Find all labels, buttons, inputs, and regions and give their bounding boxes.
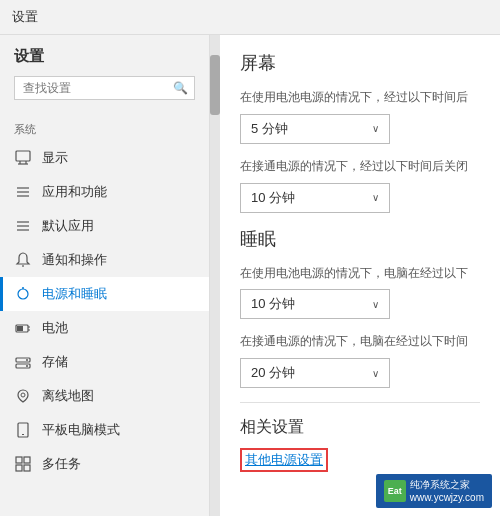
sleep-section-title: 睡眠 (240, 227, 480, 251)
watermark-line2: www.ycwjzy.com (410, 491, 484, 504)
sleep-desc1: 在使用电池电源的情况下，电脑在经过以下 (240, 265, 480, 282)
sidebar-item-tablet-mode[interactable]: 平板电脑模式 (0, 413, 209, 447)
screen-dropdown2[interactable]: 10 分钟 ∨ (240, 183, 390, 213)
sidebar-item-offline-maps[interactable]: 离线地图 (0, 379, 209, 413)
sleep-dropdown2[interactable]: 20 分钟 ∨ (240, 358, 390, 388)
screen-dropdown2-value: 10 分钟 (251, 189, 295, 207)
search-box[interactable]: 🔍 (14, 76, 195, 100)
other-power-settings-link[interactable]: 其他电源设置 (240, 448, 328, 472)
sidebar-scrollbar[interactable] (210, 35, 220, 516)
sidebar-item-default-apps[interactable]: 默认应用 (0, 209, 209, 243)
sidebar-item-notifications-label: 通知和操作 (42, 251, 107, 269)
screen-dropdown1[interactable]: 5 分钟 ∨ (240, 114, 390, 144)
sidebar-item-battery[interactable]: 电池 (0, 311, 209, 345)
svg-rect-0 (16, 151, 30, 161)
sleep-dropdown1-arrow: ∨ (372, 299, 379, 310)
window-title: 设置 (12, 9, 38, 24)
watermark: Eat 纯净系统之家 www.ycwjzy.com (376, 474, 492, 508)
svg-point-20 (26, 365, 28, 367)
screen-dropdown1-arrow: ∨ (372, 123, 379, 134)
screen-desc2: 在接通电源的情况下，经过以下时间后关闭 (240, 158, 480, 175)
svg-rect-25 (24, 457, 30, 463)
svg-rect-24 (16, 457, 22, 463)
section-label: 系统 (0, 116, 209, 141)
svg-rect-26 (16, 465, 22, 471)
sidebar-item-power-sleep[interactable]: 电源和睡眠 (0, 277, 209, 311)
offline-maps-icon (14, 387, 32, 405)
sidebar: 设置 🔍 系统 显示 (0, 35, 210, 516)
sleep-dropdown2-arrow: ∨ (372, 368, 379, 379)
screen-dropdown2-arrow: ∨ (372, 192, 379, 203)
settings-window: 设置 设置 🔍 系统 显示 (0, 0, 500, 516)
sidebar-item-storage[interactable]: 存储 (0, 345, 209, 379)
sidebar-item-multitask-label: 多任务 (42, 455, 81, 473)
sidebar-item-battery-label: 电池 (42, 319, 68, 337)
sleep-desc2: 在接通电源的情况下，电脑在经过以下时间 (240, 333, 480, 350)
main-content: 屏幕 在使用电池电源的情况下，经过以下时间后 5 分钟 ∨ 在接通电源的情况下，… (220, 35, 500, 516)
sidebar-item-multitask[interactable]: 多任务 (0, 447, 209, 481)
multitask-icon (14, 455, 32, 473)
tablet-mode-icon (14, 421, 32, 439)
sidebar-header: 设置 🔍 (0, 35, 209, 116)
apps-icon (14, 183, 32, 201)
svg-point-18 (26, 359, 28, 361)
scrollbar-thumb[interactable] (210, 55, 220, 115)
watermark-line1: 纯净系统之家 (410, 478, 484, 491)
sidebar-item-display[interactable]: 显示 (0, 141, 209, 175)
svg-point-21 (21, 393, 25, 397)
sleep-dropdown2-value: 20 分钟 (251, 364, 295, 382)
sidebar-item-notifications[interactable]: 通知和操作 (0, 243, 209, 277)
screen-dropdown1-value: 5 分钟 (251, 120, 288, 138)
search-icon: 🔍 (173, 81, 188, 95)
screen-desc1: 在使用电池电源的情况下，经过以下时间后 (240, 89, 480, 106)
svg-rect-14 (17, 326, 23, 331)
sleep-dropdown1[interactable]: 10 分钟 ∨ (240, 289, 390, 319)
notifications-icon (14, 251, 32, 269)
power-sleep-icon (14, 285, 32, 303)
battery-icon (14, 319, 32, 337)
sidebar-item-apps[interactable]: 应用和功能 (0, 175, 209, 209)
sidebar-item-storage-label: 存储 (42, 353, 68, 371)
title-bar: 设置 (0, 0, 500, 35)
sidebar-item-display-label: 显示 (42, 149, 68, 167)
sidebar-item-offline-maps-label: 离线地图 (42, 387, 94, 405)
screen-section-title: 屏幕 (240, 51, 480, 75)
sleep-dropdown1-value: 10 分钟 (251, 295, 295, 313)
nav-items: 显示 应用和功能 默认应用 (0, 141, 209, 481)
sidebar-title: 设置 (14, 47, 195, 66)
content-area: 设置 🔍 系统 显示 (0, 35, 500, 516)
sidebar-item-apps-label: 应用和功能 (42, 183, 107, 201)
display-icon (14, 149, 32, 167)
sidebar-item-tablet-mode-label: 平板电脑模式 (42, 421, 120, 439)
storage-icon (14, 353, 32, 371)
svg-point-11 (18, 289, 28, 299)
svg-rect-27 (24, 465, 30, 471)
watermark-text: 纯净系统之家 www.ycwjzy.com (410, 478, 484, 504)
divider (240, 402, 480, 403)
related-section-title: 相关设置 (240, 417, 480, 438)
default-apps-icon (14, 217, 32, 235)
sidebar-item-default-apps-label: 默认应用 (42, 217, 94, 235)
sidebar-item-power-sleep-label: 电源和睡眠 (42, 285, 107, 303)
search-input[interactable] (23, 81, 173, 95)
watermark-logo: Eat (384, 480, 406, 502)
